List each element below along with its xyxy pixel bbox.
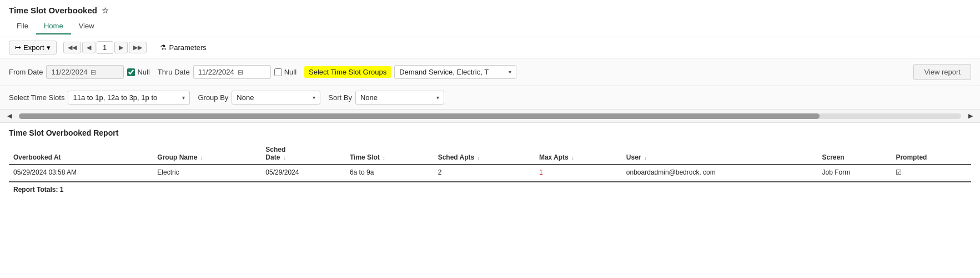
group-by-group: Group By None ▾ <box>198 91 320 105</box>
nav-next-button[interactable]: ▶ <box>114 42 128 53</box>
col-header-sched-date: SchedDate ↕ <box>261 143 345 165</box>
toolbar: ↦ Export ▾ ◀◀ ◀ 1 ▶ ▶▶ ⚗ Parameters <box>0 37 980 58</box>
from-date-group: From Date 11/22/2024 ⊟ Null <box>9 65 150 79</box>
time-slot-groups-value: Demand Service, Electric, T <box>399 68 489 76</box>
thru-calendar-icon: ⊟ <box>238 68 243 76</box>
scroll-right-arrow[interactable]: ▶ <box>966 111 976 121</box>
scroll-thumb <box>19 113 820 119</box>
page-navigation: ◀◀ ◀ 1 ▶ ▶▶ <box>63 41 147 54</box>
cell-time-slot: 6a to 9a <box>345 165 434 180</box>
sort-by-chevron-icon: ▾ <box>436 95 439 101</box>
sort-by-value: None <box>360 93 378 102</box>
time-slot-groups-label: Select Time Slot Groups <box>304 66 391 78</box>
table-header-row: Overbooked At Group Name ↕ SchedDate ↕ T… <box>9 143 971 165</box>
cell-screen: Job Form <box>818 165 892 180</box>
thru-date-null-checkbox[interactable] <box>274 68 282 76</box>
export-label: Export <box>23 43 44 52</box>
col-header-user: User ↕ <box>622 143 818 165</box>
parameters-row-1: From Date 11/22/2024 ⊟ Null Thru Date 11… <box>0 58 980 86</box>
parameters-row-2: Select Time Slots 11a to 1p, 12a to 3p, … <box>0 86 980 110</box>
select-time-slots-group: Select Time Slots 11a to 1p, 12a to 3p, … <box>9 91 190 105</box>
view-report-button[interactable]: View report <box>913 64 971 80</box>
group-by-label: Group By <box>198 93 228 102</box>
sort-sched-date-icon[interactable]: ↕ <box>283 155 286 161</box>
thru-date-input[interactable]: 11/22/2024 ⊟ <box>193 65 271 79</box>
cell-max-apts: 1 <box>535 165 622 180</box>
tab-view[interactable]: View <box>71 18 102 34</box>
from-date-input[interactable]: 11/22/2024 ⊟ <box>46 65 124 79</box>
thru-date-null-label: Null <box>284 68 296 76</box>
group-by-value: None <box>237 93 254 102</box>
report-section: Time Slot Overbooked Report Overbooked A… <box>0 123 980 202</box>
report-title: Time Slot Overbooked Report <box>9 128 971 137</box>
title-text: Time Slot Overbooked <box>9 6 97 15</box>
page-title: Time Slot Overbooked ☆ <box>9 6 971 15</box>
sort-group-name-icon[interactable]: ↕ <box>200 155 203 161</box>
export-button[interactable]: ↦ Export ▾ <box>9 41 57 54</box>
col-header-sched-apts: Sched Apts ↕ <box>434 143 535 165</box>
scroll-left-arrow[interactable]: ◀ <box>4 111 14 121</box>
from-date-label: From Date <box>9 68 43 76</box>
thru-date-label: Thru Date <box>158 68 190 76</box>
parameters-label: Parameters <box>169 43 207 52</box>
from-date-null-checkbox[interactable] <box>127 68 135 76</box>
cell-prompted: ☑ <box>891 165 971 180</box>
calendar-icon: ⊟ <box>91 68 96 76</box>
cell-user: onboardadmin@bedrock. com <box>622 165 818 180</box>
col-header-overbooked-at: Overbooked At <box>9 143 153 165</box>
export-chevron-icon: ▾ <box>47 43 51 52</box>
thru-date-value: 11/22/2024 <box>198 68 234 76</box>
from-date-null-label: Null <box>137 68 149 76</box>
select-time-slots-label: Select Time Slots <box>9 93 64 102</box>
select-time-slots-value: 11a to 1p, 12a to 3p, 1p to <box>73 93 157 102</box>
cell-overbooked-at: 05/29/2024 03:58 AM <box>9 165 153 180</box>
horizontal-scrollbar: ◀ ▶ <box>0 110 980 123</box>
time-slots-chevron-icon: ▾ <box>182 95 185 101</box>
col-header-max-apts: Max Apts ↕ <box>535 143 622 165</box>
page-number: 1 <box>97 41 113 54</box>
time-slot-groups-dropdown[interactable]: Demand Service, Electric, T ▾ <box>394 65 516 79</box>
nav-tabs: File Home View <box>9 18 971 34</box>
favorite-star-icon[interactable]: ☆ <box>102 6 109 15</box>
report-table: Overbooked At Group Name ↕ SchedDate ↕ T… <box>9 143 971 180</box>
sort-by-group: Sort By None ▾ <box>328 91 444 105</box>
filter-icon: ⚗ <box>160 43 167 52</box>
export-icon: ↦ <box>15 43 21 52</box>
parameters-button[interactable]: ⚗ Parameters <box>153 41 213 54</box>
sort-user-icon[interactable]: ↕ <box>644 155 647 161</box>
time-slot-groups-group: Select Time Slot Groups Demand Service, … <box>304 65 516 79</box>
thru-date-null-wrap: Null <box>274 68 296 76</box>
nav-last-button[interactable]: ▶▶ <box>129 42 147 53</box>
cell-group-name: Electric <box>153 165 261 180</box>
sort-max-apts-icon[interactable]: ↕ <box>571 155 574 161</box>
table-row: 05/29/2024 03:58 AM Electric 05/29/2024 … <box>9 165 971 180</box>
cell-sched-date: 05/29/2024 <box>261 165 345 180</box>
page-header: Time Slot Overbooked ☆ File Home View <box>0 0 980 37</box>
col-header-screen: Screen <box>818 143 892 165</box>
col-header-group-name: Group Name ↕ <box>153 143 261 165</box>
report-totals: Report Totals: 1 <box>9 181 971 197</box>
group-by-chevron-icon: ▾ <box>313 95 315 101</box>
cell-sched-apts: 2 <box>434 165 535 180</box>
sort-sched-apts-icon[interactable]: ↕ <box>478 155 480 161</box>
thru-date-group: Thru Date 11/22/2024 ⊟ Null <box>158 65 296 79</box>
nav-first-button[interactable]: ◀◀ <box>63 42 81 53</box>
from-date-value: 11/22/2024 <box>51 68 87 76</box>
sort-by-label: Sort By <box>328 93 352 102</box>
scroll-track[interactable] <box>19 113 961 119</box>
group-by-dropdown[interactable]: None ▾ <box>232 91 320 105</box>
tab-home[interactable]: Home <box>36 18 71 34</box>
from-date-null-wrap: Null <box>127 68 149 76</box>
col-header-time-slot: Time Slot ↕ <box>345 143 434 165</box>
col-header-prompted: Prompted <box>891 143 971 165</box>
nav-prev-button[interactable]: ◀ <box>82 42 96 53</box>
select-time-slots-dropdown[interactable]: 11a to 1p, 12a to 3p, 1p to ▾ <box>68 91 190 105</box>
sort-time-slot-icon[interactable]: ↕ <box>383 155 385 161</box>
tab-file[interactable]: File <box>9 18 36 34</box>
time-slot-groups-chevron-icon: ▾ <box>509 69 511 75</box>
sort-by-dropdown[interactable]: None ▾ <box>355 91 444 105</box>
